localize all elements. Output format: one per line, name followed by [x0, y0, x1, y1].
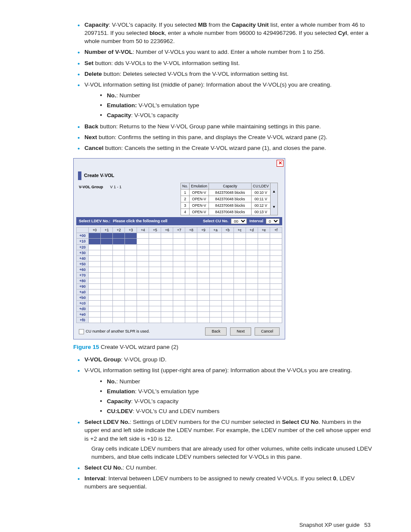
- grid-cell[interactable]: [258, 317, 270, 323]
- grid-cell[interactable]: [270, 272, 282, 278]
- next-button[interactable]: Next: [230, 327, 251, 336]
- grid-cell[interactable]: [89, 239, 101, 244]
- grid-cell[interactable]: [137, 317, 149, 323]
- grid-cell[interactable]: [173, 278, 185, 283]
- grid-cell[interactable]: [234, 267, 246, 272]
- grid-cell[interactable]: [209, 312, 221, 317]
- grid-cell[interactable]: [185, 283, 197, 289]
- grid-cell[interactable]: [234, 255, 246, 261]
- grid-cell[interactable]: [161, 239, 173, 244]
- table-row[interactable]: 1OPEN-V842370048 blocks00:10 V: [181, 190, 278, 196]
- grid-cell[interactable]: [197, 267, 209, 272]
- grid-cell[interactable]: [125, 261, 137, 267]
- grid-cell[interactable]: [137, 301, 149, 306]
- grid-cell[interactable]: [125, 244, 137, 250]
- grid-cell[interactable]: [149, 255, 161, 261]
- interval-select[interactable]: 0: [266, 218, 280, 224]
- grid-cell[interactable]: [161, 272, 173, 278]
- grid-cell[interactable]: [258, 278, 270, 283]
- grid-cell[interactable]: [246, 301, 258, 306]
- grid-cell[interactable]: [113, 239, 125, 244]
- grid-cell[interactable]: [89, 317, 101, 323]
- grid-cell[interactable]: [270, 306, 282, 312]
- grid-cell[interactable]: [161, 261, 173, 267]
- grid-cell[interactable]: [125, 239, 137, 244]
- grid-cell[interactable]: [258, 244, 270, 250]
- grid-cell[interactable]: [161, 312, 173, 317]
- grid-cell[interactable]: [258, 255, 270, 261]
- slpr-checkbox[interactable]: [79, 329, 84, 334]
- grid-cell[interactable]: [113, 306, 125, 312]
- grid-cell[interactable]: [209, 278, 221, 283]
- grid-cell[interactable]: [246, 255, 258, 261]
- grid-cell[interactable]: [113, 233, 125, 239]
- grid-cell[interactable]: [221, 261, 234, 267]
- grid-cell[interactable]: [113, 283, 125, 289]
- grid-cell[interactable]: [89, 306, 101, 312]
- grid-cell[interactable]: [185, 250, 197, 255]
- grid-cell[interactable]: [197, 289, 209, 295]
- grid-cell[interactable]: [221, 289, 234, 295]
- grid-cell[interactable]: [234, 312, 246, 317]
- grid-cell[interactable]: [221, 312, 234, 317]
- grid-cell[interactable]: [113, 301, 125, 306]
- grid-cell[interactable]: [246, 272, 258, 278]
- grid-cell[interactable]: [149, 272, 161, 278]
- grid-cell[interactable]: [161, 301, 173, 306]
- table-row[interactable]: 4OPEN-V842370048 blocks00:13 V: [181, 209, 278, 215]
- grid-cell[interactable]: [197, 278, 209, 283]
- grid-cell[interactable]: [125, 233, 137, 239]
- grid-cell[interactable]: [101, 289, 113, 295]
- grid-cell[interactable]: [149, 306, 161, 312]
- grid-cell[interactable]: [101, 272, 113, 278]
- grid-cell[interactable]: [149, 233, 161, 239]
- grid-cell[interactable]: [234, 301, 246, 306]
- grid-cell[interactable]: [258, 239, 270, 244]
- grid-cell[interactable]: [246, 250, 258, 255]
- grid-cell[interactable]: [89, 272, 101, 278]
- grid-cell[interactable]: [185, 312, 197, 317]
- grid-cell[interactable]: [246, 244, 258, 250]
- grid-cell[interactable]: [185, 244, 197, 250]
- grid-cell[interactable]: [185, 317, 197, 323]
- grid-cell[interactable]: [221, 301, 234, 306]
- grid-cell[interactable]: [173, 301, 185, 306]
- grid-cell[interactable]: [270, 250, 282, 255]
- grid-cell[interactable]: [197, 261, 209, 267]
- grid-cell[interactable]: [197, 244, 209, 250]
- grid-cell[interactable]: [258, 301, 270, 306]
- grid-cell[interactable]: [209, 301, 221, 306]
- grid-cell[interactable]: [234, 244, 246, 250]
- grid-cell[interactable]: [258, 283, 270, 289]
- grid-cell[interactable]: [209, 306, 221, 312]
- grid-cell[interactable]: [209, 272, 221, 278]
- grid-cell[interactable]: [101, 233, 113, 239]
- grid-cell[interactable]: [270, 283, 282, 289]
- grid-cell[interactable]: [173, 283, 185, 289]
- grid-cell[interactable]: [161, 306, 173, 312]
- grid-cell[interactable]: [246, 306, 258, 312]
- grid-cell[interactable]: [113, 317, 125, 323]
- grid-cell[interactable]: [173, 272, 185, 278]
- grid-cell[interactable]: [89, 255, 101, 261]
- grid-cell[interactable]: [185, 289, 197, 295]
- grid-cell[interactable]: [258, 267, 270, 272]
- grid-cell[interactable]: [113, 312, 125, 317]
- grid-cell[interactable]: [125, 301, 137, 306]
- grid-cell[interactable]: [185, 306, 197, 312]
- cu-select[interactable]: 00: [231, 218, 247, 224]
- grid-cell[interactable]: [161, 278, 173, 283]
- grid-cell[interactable]: [234, 283, 246, 289]
- grid-cell[interactable]: [197, 295, 209, 301]
- grid-cell[interactable]: [270, 244, 282, 250]
- grid-cell[interactable]: [234, 261, 246, 267]
- grid-cell[interactable]: [89, 295, 101, 301]
- grid-cell[interactable]: [173, 239, 185, 244]
- grid-cell[interactable]: [101, 312, 113, 317]
- grid-cell[interactable]: [185, 295, 197, 301]
- grid-cell[interactable]: [137, 244, 149, 250]
- grid-cell[interactable]: [209, 250, 221, 255]
- grid-cell[interactable]: [197, 306, 209, 312]
- grid-cell[interactable]: [173, 312, 185, 317]
- grid-cell[interactable]: [161, 267, 173, 272]
